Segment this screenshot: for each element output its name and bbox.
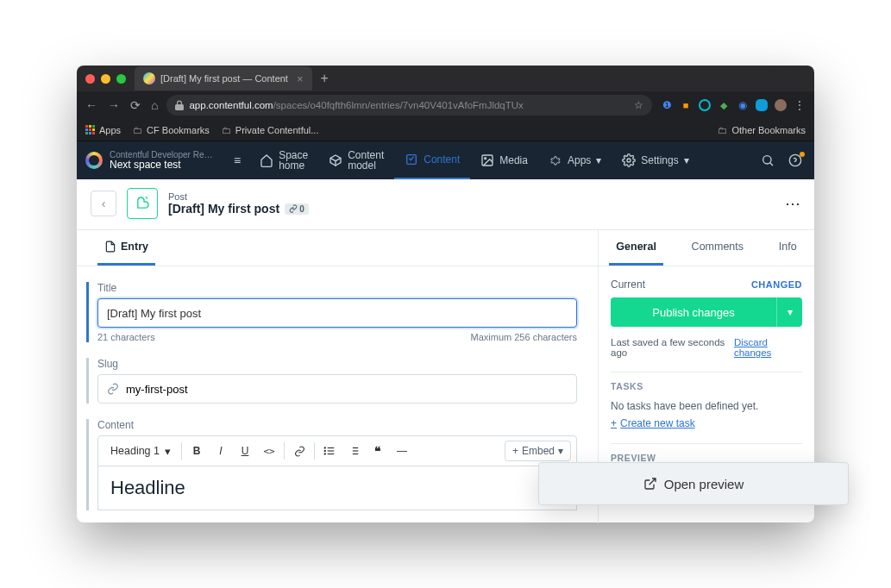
- space-switcher[interactable]: Contentful Developer Rel... Next space t…: [77, 150, 234, 171]
- ext-icon[interactable]: ◆: [718, 99, 730, 111]
- back-button[interactable]: ‹: [91, 191, 116, 216]
- svg-point-4: [763, 156, 771, 164]
- nav-media[interactable]: Media: [470, 141, 538, 179]
- bookmark-folder[interactable]: 🗀CF Bookmarks: [133, 125, 210, 135]
- favicon-icon: [143, 72, 155, 84]
- ul-button[interactable]: [318, 440, 341, 462]
- code-button[interactable]: <>: [258, 440, 280, 462]
- publish-dropdown[interactable]: ▾: [776, 297, 802, 327]
- field-title: Title 21 characters Maximum 256 characte…: [86, 282, 577, 342]
- back-button[interactable]: ←: [85, 98, 97, 112]
- title-input[interactable]: [97, 298, 577, 328]
- bookmark-folder[interactable]: 🗀Private Contentful...: [222, 125, 319, 135]
- titlebar: [Draft] My first post — Content × +: [77, 66, 814, 91]
- field-label: Slug: [97, 358, 577, 370]
- ext-icon[interactable]: ◉: [737, 99, 749, 111]
- url-path: /spaces/o40fqfth6lmn/entries/7vn40V401vA…: [273, 100, 524, 110]
- profile-avatar[interactable]: [775, 99, 787, 111]
- underline-button[interactable]: U: [234, 440, 256, 462]
- help-icon[interactable]: [788, 153, 802, 167]
- new-tab-button[interactable]: +: [321, 71, 329, 86]
- address-field[interactable]: app.contentful.com /spaces/o40fqfth6lmn/…: [166, 95, 652, 116]
- content-type-icon: [127, 188, 158, 219]
- bookmarks-bar: Apps 🗀CF Bookmarks 🗀Private Contentful..…: [77, 119, 814, 141]
- entry-header: ‹ Post [Draft] My first post 0 ⋯: [77, 179, 814, 230]
- nav-settings[interactable]: Settings ▾: [612, 141, 699, 179]
- discard-link[interactable]: Discard changes: [734, 337, 802, 358]
- rte-editor[interactable]: Headline: [97, 466, 577, 510]
- chevron-down-icon: ▾: [596, 154, 601, 166]
- heading-select[interactable]: Heading 1 ▾: [104, 445, 178, 458]
- ext-icon[interactable]: [699, 99, 711, 111]
- ext-icon[interactable]: [756, 99, 768, 111]
- last-saved: Last saved a few seconds ago: [611, 337, 734, 358]
- window-close-button[interactable]: [85, 74, 95, 84]
- search-icon[interactable]: [761, 153, 775, 167]
- svg-point-2: [485, 158, 486, 160]
- field-label: Content: [97, 419, 577, 431]
- section-preview: PREVIEW: [611, 443, 802, 463]
- svg-point-10: [324, 450, 325, 451]
- contentful-logo-icon: [85, 152, 103, 169]
- entry-title: [Draft] My first post: [168, 202, 279, 216]
- hyperlink-button[interactable]: [288, 440, 311, 462]
- nav-content-model[interactable]: Contentmodel: [318, 141, 394, 179]
- url-bar: ← → ⟳ ⌂ app.contentful.com /spaces/o40fq…: [77, 91, 814, 119]
- char-count: 21 characters: [97, 332, 155, 342]
- char-max: Maximum 256 characters: [471, 332, 578, 342]
- bookmark-star-icon[interactable]: ☆: [634, 99, 643, 111]
- url-domain: app.contentful.com: [189, 100, 273, 110]
- svg-point-11: [324, 454, 325, 454]
- entry-menu-icon[interactable]: ⋯: [785, 194, 800, 213]
- ext-icon[interactable]: ❶: [661, 99, 673, 111]
- references-pill[interactable]: 0: [285, 203, 309, 215]
- browser-menu-icon[interactable]: ⋮: [794, 99, 806, 111]
- hr-button[interactable]: —: [391, 440, 413, 462]
- browser-window: [Draft] My first post — Content × + ← → …: [77, 66, 814, 522]
- home-button[interactable]: ⌂: [151, 98, 158, 112]
- create-task-link[interactable]: +Create new task: [611, 417, 695, 429]
- app-header: Contentful Developer Rel... Next space t…: [77, 141, 814, 179]
- main-nav: Space homeSpacehome Contentmodel Content…: [249, 141, 700, 179]
- publish-button[interactable]: Publish changes ▾: [611, 297, 802, 327]
- reload-button[interactable]: ⟳: [130, 98, 141, 112]
- svg-point-9: [324, 447, 325, 448]
- embed-button[interactable]: +Embed▾: [505, 441, 571, 461]
- apps-button[interactable]: Apps: [85, 125, 121, 135]
- space-name: Next space test: [110, 160, 213, 171]
- field-content: Content Heading 1 ▾ B I U <> ❝: [86, 419, 577, 510]
- open-preview-button[interactable]: Open preview: [538, 462, 849, 505]
- svg-point-5: [789, 154, 800, 166]
- folder-icon: 🗀: [222, 125, 231, 135]
- ol-button[interactable]: [342, 440, 365, 462]
- italic-button[interactable]: I: [210, 440, 232, 462]
- field-label: Title: [97, 282, 577, 294]
- tab-close-icon[interactable]: ×: [297, 72, 304, 85]
- editor-pane: Entry Title 21 characters Maximum 256 ch…: [77, 230, 599, 523]
- nav-apps[interactable]: Apps ▾: [538, 141, 612, 179]
- browser-tab[interactable]: [Draft] My first post — Content ×: [135, 66, 312, 91]
- extension-icons: ❶ ■ ◆ ◉ ⋮: [661, 99, 806, 111]
- ext-icon[interactable]: ■: [680, 99, 692, 111]
- content-type-label: Post: [168, 191, 309, 202]
- tab-info[interactable]: Info: [772, 230, 804, 266]
- slug-input[interactable]: [126, 383, 568, 396]
- section-tasks: TASKS: [611, 372, 802, 391]
- other-bookmarks[interactable]: 🗀Other Bookmarks: [718, 125, 806, 135]
- nav-content[interactable]: Content: [394, 141, 470, 179]
- folder-icon: 🗀: [718, 125, 727, 135]
- tab-entry[interactable]: Entry: [97, 230, 155, 266]
- window-maximize-button[interactable]: [116, 74, 126, 84]
- tab-comments[interactable]: Comments: [685, 230, 750, 266]
- bold-button[interactable]: B: [185, 440, 208, 462]
- lock-icon: [175, 100, 184, 110]
- forward-button[interactable]: →: [108, 98, 120, 112]
- chevron-down-icon: ▾: [684, 154, 689, 166]
- svg-point-3: [627, 159, 631, 162]
- nav-space-home[interactable]: Space homeSpacehome: [249, 141, 318, 179]
- status-badge: CHANGED: [751, 279, 802, 290]
- hamburger-icon[interactable]: ≡: [234, 153, 241, 167]
- window-minimize-button[interactable]: [101, 74, 110, 84]
- tab-general[interactable]: General: [609, 230, 663, 266]
- quote-button[interactable]: ❝: [367, 440, 389, 462]
